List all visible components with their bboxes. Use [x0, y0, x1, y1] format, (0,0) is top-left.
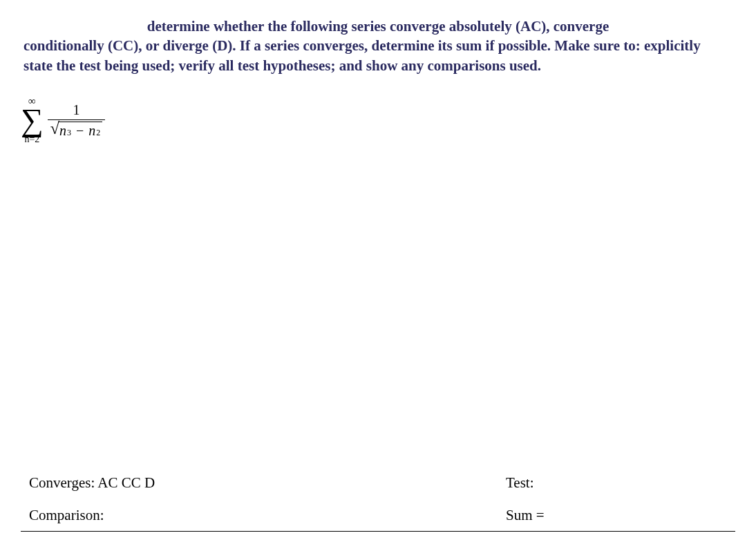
instructions-block: determine whether the following series c… — [21, 17, 735, 75]
minus-sign: − — [76, 123, 84, 139]
term1-base: n — [59, 123, 66, 139]
page: determine whether the following series c… — [0, 0, 756, 551]
instructions-line-1: determine whether the following series c… — [23, 17, 733, 36]
answer-row-2: Comparison: Sum = — [21, 507, 735, 524]
term2-base: n — [88, 123, 95, 139]
term1-exp: 3 — [67, 128, 71, 138]
bottom-rule — [21, 531, 735, 532]
series-expression: ∞ ∑ n=2 1 √ n3 − n2 — [21, 96, 735, 144]
instructions-line-2: conditionally (CC), or diverge (D). If a… — [23, 37, 620, 54]
test-field: Test: — [506, 474, 727, 492]
sum-field: Sum = — [506, 507, 727, 524]
term-n-cubed: n3 — [59, 123, 71, 139]
comparison-field: Comparison: — [29, 507, 506, 524]
square-root: √ n3 − n2 — [50, 122, 102, 139]
numerator: 1 — [70, 102, 83, 119]
term-n-squared: n2 — [88, 123, 100, 139]
answer-row-1: Converges: AC CC D Test: — [21, 474, 735, 492]
radicand: n3 − n2 — [58, 122, 102, 139]
answer-section: Converges: AC CC D Test: Comparison: Sum… — [21, 474, 735, 532]
denominator: √ n3 − n2 — [48, 120, 105, 139]
term2-exp: 2 — [96, 128, 100, 138]
sum-lower-limit: n=2 — [24, 135, 39, 144]
sigma-glyph: ∑ — [21, 106, 44, 133]
fraction: 1 √ n3 − n2 — [48, 102, 105, 139]
summation-symbol: ∞ ∑ n=2 — [21, 96, 44, 144]
converges-field: Converges: AC CC D — [29, 474, 506, 492]
